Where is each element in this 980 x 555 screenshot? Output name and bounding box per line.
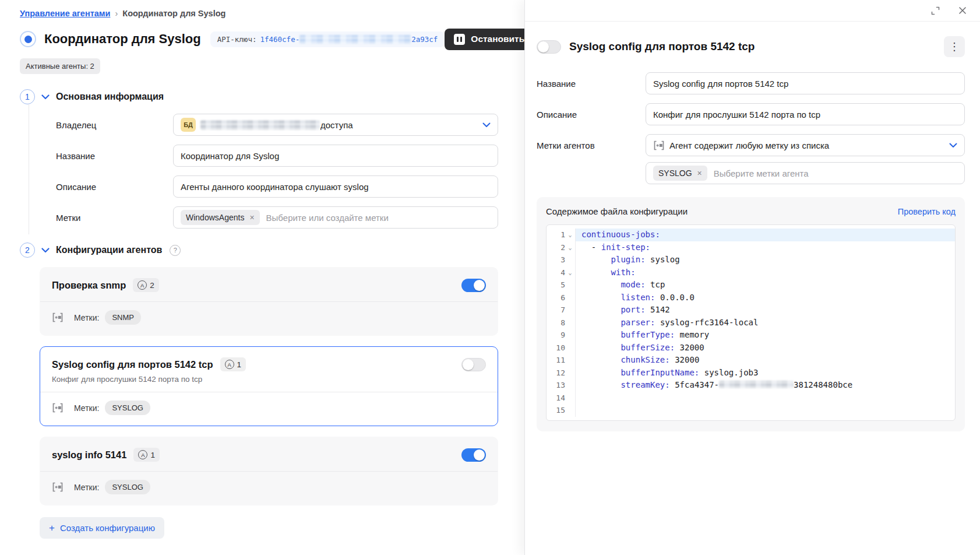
code-line: 11 chunkSize: 32000 bbox=[547, 354, 955, 367]
panel-menu-button[interactable]: ⋮ bbox=[944, 36, 965, 57]
fold-icon[interactable] bbox=[565, 291, 575, 304]
code-line-text: mode: tcp bbox=[575, 279, 955, 291]
coordinator-tags-field[interactable]: WindowsAgents× Выберите или создайте мет… bbox=[173, 206, 498, 229]
panel-header: Syslog config для портов 5142 tcp ⋮ bbox=[537, 33, 965, 60]
config-card-meta: Метки: SNMP bbox=[40, 302, 498, 335]
line-number: 5 bbox=[547, 279, 565, 291]
fold-icon[interactable] bbox=[565, 317, 575, 329]
config-title: Проверка snmp bbox=[52, 280, 126, 291]
config-tag: SYSLOG bbox=[105, 480, 150, 494]
agents-count: 2 bbox=[150, 281, 154, 290]
code-line: 12 bufferInputName: syslog.job3 bbox=[547, 367, 955, 380]
active-agents-badge: Активные агенты: 2 bbox=[20, 58, 100, 74]
tag-chips: WindowsAgents× bbox=[181, 210, 260, 225]
config-description: Конфиг для прослушки 5142 порта по tcp bbox=[40, 374, 498, 392]
tag-chips: SYSLOG× bbox=[653, 166, 707, 181]
close-panel-icon[interactable] bbox=[958, 6, 967, 15]
create-config-label: Создать конфигурацию bbox=[60, 523, 155, 533]
panel-name-input[interactable] bbox=[646, 72, 965, 94]
line-number: 8 bbox=[547, 317, 565, 329]
config-card-meta: Метки: SYSLOG bbox=[40, 472, 498, 505]
name-input[interactable] bbox=[173, 145, 498, 167]
panel-name-label: Название bbox=[537, 79, 646, 89]
code-line-text: bufferSize: 32000 bbox=[575, 342, 955, 354]
config-title: syslog info 5141 bbox=[52, 449, 126, 461]
panel-agent-tags-row: Метки агентов Агент содержит любую метку… bbox=[537, 134, 965, 156]
chevron-down-icon[interactable] bbox=[41, 94, 50, 100]
config-tag-pills: SNMP bbox=[105, 310, 141, 325]
line-number: 7 bbox=[547, 304, 565, 317]
breadcrumb-current: Координатор для Syslog bbox=[122, 9, 225, 18]
description-label: Описание bbox=[56, 182, 173, 192]
panel-toolbar bbox=[525, 0, 980, 22]
code-line-text: listen: 0.0.0.0 bbox=[575, 291, 955, 304]
agent-tags-mode-select[interactable]: Агент содержит любую метку из списка bbox=[646, 134, 965, 156]
panel-description-input[interactable] bbox=[646, 103, 965, 125]
tags-label: Метки bbox=[56, 213, 173, 223]
page-title: Координатор для Syslog bbox=[44, 31, 201, 47]
fold-icon[interactable] bbox=[565, 354, 575, 367]
config-enabled-toggle[interactable] bbox=[461, 448, 486, 462]
fold-icon[interactable] bbox=[565, 367, 575, 380]
config-tag-pills: SYSLOG bbox=[105, 480, 150, 494]
create-config-button[interactable]: + Создать конфигурацию bbox=[40, 517, 164, 539]
breadcrumb-link-agent-management[interactable]: Управление агентами bbox=[20, 9, 110, 18]
config-tag: SYSLOG bbox=[105, 401, 150, 415]
fold-icon[interactable] bbox=[565, 329, 575, 342]
expand-panel-icon[interactable] bbox=[930, 6, 940, 16]
fold-icon[interactable]: ⌄ bbox=[565, 241, 575, 254]
config-title: Syslog config для портов 5142 tcp bbox=[52, 359, 213, 370]
code-editor[interactable]: 1 ⌄ continuous-jobs: 2 ⌄ - init-step: 3 … bbox=[546, 224, 956, 421]
code-line-text: bufferType: memory bbox=[575, 329, 955, 342]
fold-icon[interactable] bbox=[565, 279, 575, 291]
agent-tags-field[interactable]: SYSLOG× Выберите метки агента bbox=[646, 162, 965, 184]
fold-icon[interactable] bbox=[565, 379, 575, 392]
redacted-api-key bbox=[299, 35, 411, 44]
breadcrumb: Управление агентами › Координатор для Sy… bbox=[20, 8, 498, 19]
config-card[interactable]: Syslog config для портов 5142 tcp A 1 Ко… bbox=[40, 346, 498, 426]
config-card-header: Syslog config для портов 5142 tcp A 1 bbox=[40, 347, 498, 374]
owner-avatar: БД bbox=[181, 118, 196, 132]
fold-icon[interactable]: ⌄ bbox=[565, 266, 575, 279]
fold-icon[interactable] bbox=[565, 254, 575, 266]
config-card-meta: Метки: SYSLOG bbox=[40, 392, 498, 426]
config-enabled-toggle[interactable] bbox=[461, 358, 486, 371]
panel-config-toggle[interactable] bbox=[537, 40, 561, 54]
chevron-down-icon[interactable] bbox=[41, 248, 50, 253]
config-enabled-toggle[interactable] bbox=[461, 279, 486, 292]
section-agent-configs: 2 Конфигурации агентов ? bbox=[20, 243, 498, 258]
panel-name-row: Название bbox=[537, 72, 965, 94]
fold-icon[interactable] bbox=[565, 304, 575, 317]
code-line: 4 ⌄ with: bbox=[547, 266, 955, 279]
fold-icon[interactable]: ⌄ bbox=[565, 229, 575, 241]
chevron-down-icon bbox=[949, 143, 957, 148]
breadcrumb-separator: › bbox=[115, 9, 118, 18]
line-number: 12 bbox=[547, 367, 565, 380]
agents-count-badge: A 1 bbox=[133, 448, 160, 462]
tags-placeholder: Выберите или создайте метки bbox=[266, 213, 389, 223]
line-number: 10 bbox=[547, 342, 565, 354]
check-code-link[interactable]: Проверить код bbox=[898, 207, 956, 216]
fold-icon[interactable] bbox=[565, 404, 575, 417]
line-number: 6 bbox=[547, 291, 565, 304]
description-input[interactable] bbox=[173, 175, 498, 198]
plus-icon: + bbox=[49, 523, 55, 533]
api-key-suffix: 2a93cf bbox=[411, 35, 438, 44]
line-number: 4 bbox=[547, 266, 565, 279]
fold-icon[interactable] bbox=[565, 342, 575, 354]
owner-label: Владелец bbox=[56, 120, 173, 130]
panel-description-row: Описание bbox=[537, 103, 965, 125]
config-card[interactable]: Проверка snmp A 2 Метки: SNMP bbox=[40, 267, 498, 336]
config-tags-label: Метки: bbox=[74, 313, 99, 322]
remove-tag-icon[interactable]: × bbox=[249, 213, 254, 222]
chevron-down-icon bbox=[482, 122, 491, 128]
remove-tag-icon[interactable]: × bbox=[697, 169, 702, 177]
stop-button[interactable]: Остановить bbox=[445, 29, 534, 50]
owner-select[interactable]: БД доступа bbox=[173, 114, 498, 136]
config-card[interactable]: syslog info 5141 A 1 Метки: SYSLOG bbox=[40, 437, 498, 505]
agents-count-badge: A 2 bbox=[133, 278, 159, 292]
line-number: 15 bbox=[547, 404, 565, 417]
api-key-label: API-ключ: bbox=[217, 35, 257, 44]
help-icon[interactable]: ? bbox=[170, 245, 181, 256]
fold-icon[interactable] bbox=[565, 392, 575, 405]
